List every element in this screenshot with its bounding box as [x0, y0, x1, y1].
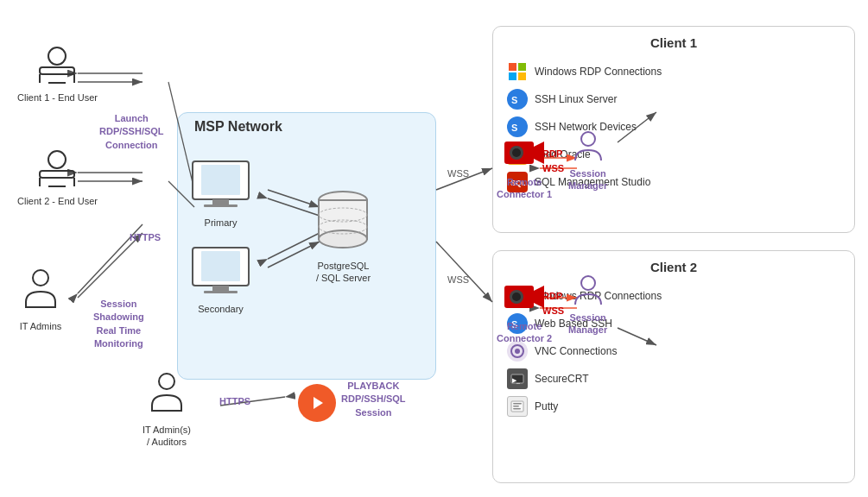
list-item: ▶_ SecureCRT	[507, 368, 840, 389]
wss1-label: WSS	[447, 168, 469, 179]
svg-rect-59	[212, 199, 229, 204]
svg-point-15	[515, 349, 520, 354]
svg-rect-21	[513, 408, 521, 410]
svg-rect-64	[204, 291, 238, 293]
svg-text:S: S	[511, 95, 517, 105]
svg-text:S: S	[511, 123, 517, 133]
svg-point-78	[512, 293, 521, 301]
https-bottom-label: HTTPS	[219, 395, 250, 408]
https-label: HTTPS	[130, 231, 161, 244]
it-admins-auditors-node: IT Admin(s)/ Auditors	[143, 371, 191, 449]
svg-rect-1	[518, 63, 526, 71]
svg-point-46	[48, 47, 66, 65]
session-manager1-node: SessionManager	[568, 128, 607, 192]
diagram: MSP Network Client 1 Windows RDP Connect…	[0, 0, 868, 497]
session-manager1-label: SessionManager	[568, 167, 607, 192]
item-label: SSH Linux Server	[535, 93, 617, 105]
camera-icon	[503, 136, 546, 171]
primary-label: Primary	[188, 217, 253, 229]
ssh-linux-icon: S	[507, 89, 528, 110]
client1-user-label: Client 1 - End User	[17, 91, 98, 104]
svg-marker-81	[314, 397, 323, 409]
list-item: S SSH Linux Server	[507, 89, 840, 110]
secondary-label: Secondary	[188, 303, 253, 315]
database-icon	[315, 190, 371, 255]
remote-connector2-label: RemoteConnector 2	[497, 320, 552, 345]
putty-icon	[507, 396, 528, 417]
svg-rect-2	[509, 72, 516, 80]
it-admins-node: IT Admins	[19, 267, 62, 332]
ssh-net-icon: S	[507, 116, 528, 137]
svg-rect-63	[212, 286, 229, 291]
play-icon	[307, 393, 326, 412]
it-admins-auditors-label: IT Admin(s)/ Auditors	[143, 424, 191, 449]
session-manager2-node: SessionManager	[568, 272, 607, 337]
svg-rect-20	[513, 406, 519, 407]
svg-rect-62	[201, 251, 240, 281]
rdp-wss1-label: RDP WSS	[542, 147, 564, 175]
svg-rect-47	[40, 67, 74, 74]
svg-line-36	[436, 242, 492, 302]
client2-title: Client 2	[493, 260, 854, 274]
list-item: S SSH Network Devices	[507, 116, 840, 137]
postgresql-node: PostgreSQL/ SQL Server	[315, 190, 371, 285]
user-icon	[35, 43, 79, 86]
svg-rect-58	[201, 165, 240, 195]
playback-label: PLAYBACKRDP/SSH/SQLSession	[341, 380, 406, 419]
svg-rect-0	[509, 63, 516, 71]
camera-icon	[503, 280, 546, 315]
client2-user-label: Client 2 - End User	[17, 195, 98, 207]
client1-box: Client 1 Windows RDP Connections S SSH L…	[492, 26, 855, 233]
svg-point-56	[33, 270, 48, 286]
session-manager-icon	[571, 128, 605, 162]
admin-icon	[19, 267, 62, 315]
svg-rect-52	[40, 171, 74, 178]
svg-text:▶_: ▶_	[512, 377, 520, 384]
svg-point-80	[159, 374, 174, 389]
postgresql-label: PostgreSQL/ SQL Server	[315, 260, 371, 285]
monitor-icon	[188, 160, 253, 211]
session-shadowing-label: SessionShadowingReal TimeMonitoring	[93, 298, 144, 351]
item-label: Windows RDP Connections	[535, 66, 662, 78]
svg-rect-19	[513, 403, 522, 405]
user-icon	[35, 147, 79, 190]
item-label: SecureCRT	[535, 373, 588, 385]
it-admins-label: IT Admins	[19, 320, 62, 332]
svg-rect-60	[204, 204, 238, 207]
svg-point-67	[319, 230, 367, 248]
session-manager2-label: SessionManager	[568, 311, 607, 337]
playback-button[interactable]	[298, 384, 336, 422]
svg-point-51	[48, 151, 66, 168]
secondary-monitor-node: Secondary	[188, 246, 253, 315]
session-manager2-icon	[571, 272, 605, 306]
wss2-label: WSS	[447, 274, 469, 285]
remote-connector1-label: RemoteConnector 1	[497, 176, 552, 201]
msp-label: MSP Network	[194, 119, 282, 135]
svg-point-79	[581, 276, 595, 290]
list-item: Putty	[507, 396, 840, 417]
launch-label: LaunchRDP/SSH/SQLConnection	[99, 112, 164, 152]
svg-rect-3	[518, 72, 526, 80]
item-label: Putty	[535, 400, 558, 412]
svg-point-73	[512, 148, 521, 157]
windows-icon	[507, 61, 528, 82]
client1-user-node: Client 1 - End User	[17, 43, 98, 104]
securecrt-icon: ▶_	[507, 368, 528, 389]
rdp-wss2-label: RDP WSS	[542, 289, 564, 318]
monitor-icon	[188, 246, 253, 298]
list-item: VNC Connections	[507, 341, 840, 362]
item-label: VNC Connections	[535, 345, 617, 357]
svg-point-74	[581, 132, 595, 146]
client1-title: Client 1	[493, 35, 854, 50]
primary-monitor-node: Primary	[188, 160, 253, 229]
client2-user-node: Client 2 - End User	[17, 147, 98, 207]
auditor-icon	[145, 371, 188, 418]
list-item: Windows RDP Connections	[507, 61, 840, 82]
